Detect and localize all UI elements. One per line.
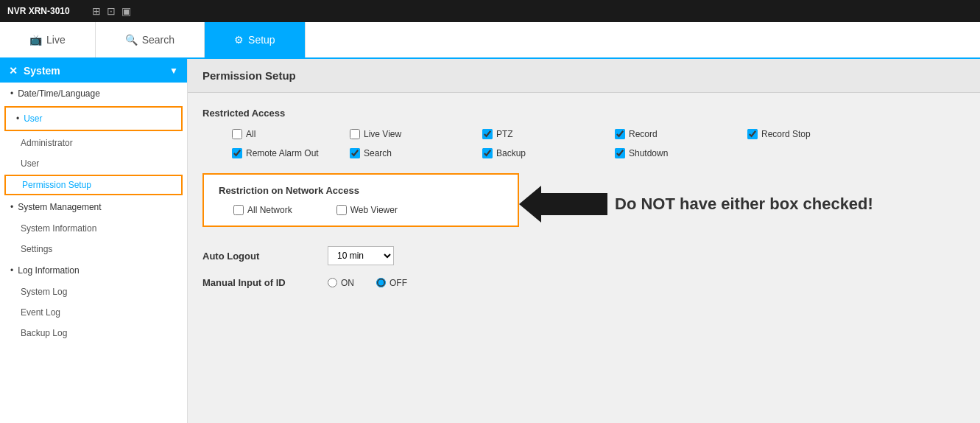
radio-on[interactable]: ON [328,278,354,288]
checkbox-remote-alarm-input[interactable] [232,148,242,158]
sidebar-item-administrator[interactable]: Administrator [0,133,187,153]
monitor-icon[interactable]: ⊡ [107,5,116,17]
annotation-text: Do NOT have either box checked! [615,195,873,214]
checkbox-shutdown[interactable]: Shutdown [615,148,747,158]
sidebar: ✕ System ▼ Date/Time/Language User Admin… [0,59,188,423]
checkbox-backup[interactable]: Backup [482,148,615,158]
arrow-icon [519,186,607,223]
sidebar-item-permission-setup[interactable]: Permission Setup [4,175,183,195]
content-body: Restricted Access All Live View PTZ Reco… [188,93,980,315]
tab-bar: 📺 Live 🔍 Search ⚙ Setup [0,22,980,59]
sidebar-item-system-information[interactable]: System Information [0,218,187,239]
top-bar-icons: ⊞ ⊡ ▣ [92,5,131,17]
checkbox-shutdown-input[interactable] [615,148,625,158]
live-icon: 📺 [29,34,42,46]
checkbox-ptz[interactable]: PTZ [482,129,615,139]
checkbox-live-view-input[interactable] [350,129,360,139]
checkbox-live-view[interactable]: Live View [350,129,482,139]
checkbox-all[interactable]: All [232,129,350,139]
sidebar-item-log-information[interactable]: Log Information [0,259,187,282]
page-title: Permission Setup [188,59,980,93]
network-access-box: Restriction on Network Access All Networ… [202,173,519,227]
checkbox-record-stop[interactable]: Record Stop [747,129,880,139]
sidebar-item-datetime[interactable]: Date/Time/Language [0,83,187,105]
auto-logout-label: Auto Logout [202,251,313,262]
tab-setup[interactable]: ⚙ Setup [205,22,306,57]
app-title: NVR XRN-3010 [7,6,70,16]
checkbox-search-input[interactable] [350,148,360,158]
sidebar-item-event-log[interactable]: Event Log [0,302,187,323]
network-checkboxes: All Network Web Viewer [219,205,503,215]
network-access-title: Restriction on Network Access [219,185,503,196]
content-area: Permission Setup Restricted Access All L… [188,59,980,423]
checkbox-record[interactable]: Record [615,129,747,139]
sidebar-item-system-log[interactable]: System Log [0,282,187,302]
auto-logout-select[interactable]: 10 min Off 1 min 3 min 5 min 30 min [328,246,394,265]
annotation-row: Restriction on Network Access All Networ… [202,173,965,234]
display-icon[interactable]: ▣ [121,5,131,17]
manual-input-radio-group: ON OFF [328,278,407,288]
checkbox-web-viewer[interactable]: Web Viewer [336,205,398,215]
checkbox-web-viewer-input[interactable] [336,205,347,215]
sidebar-item-backup-log[interactable]: Backup Log [0,323,187,343]
radio-off[interactable]: OFF [376,278,407,288]
manual-input-row: Manual Input of ID ON OFF [202,277,965,288]
search-icon: 🔍 [125,34,138,46]
sidebar-header: ✕ System ▼ [0,59,187,83]
manual-input-label: Manual Input of ID [202,277,313,288]
radio-on-input[interactable] [328,278,337,287]
top-bar: NVR XRN-3010 ⊞ ⊡ ▣ [0,0,980,22]
sidebar-item-system-management[interactable]: System Management [0,196,187,218]
main-layout: ✕ System ▼ Date/Time/Language User Admin… [0,59,980,423]
tab-live[interactable]: 📺 Live [0,22,96,57]
checkbox-all-input[interactable] [232,129,242,139]
svg-marker-0 [519,186,607,223]
restricted-access-title: Restricted Access [202,108,965,119]
close-icon[interactable]: ✕ [9,65,18,77]
auto-logout-row: Auto Logout 10 min Off 1 min 3 min 5 min… [202,246,965,265]
radio-off-input[interactable] [376,278,386,287]
chevron-down-icon[interactable]: ▼ [169,66,178,76]
sidebar-item-user-sub[interactable]: User [0,153,187,174]
grid-icon[interactable]: ⊞ [92,5,101,17]
restricted-access-checkboxes: All Live View PTZ Record Record Stop Rem… [202,129,965,158]
checkbox-record-input[interactable] [615,129,625,139]
gear-icon: ⚙ [234,34,244,46]
checkbox-ptz-input[interactable] [482,129,493,139]
checkbox-all-network[interactable]: All Network [233,205,292,215]
checkbox-all-network-input[interactable] [233,205,244,215]
checkbox-backup-input[interactable] [482,148,493,158]
tab-search[interactable]: 🔍 Search [96,22,205,57]
sidebar-item-settings[interactable]: Settings [0,239,187,259]
checkbox-record-stop-input[interactable] [747,129,758,139]
checkbox-remote-alarm[interactable]: Remote Alarm Out [232,148,350,158]
sidebar-title: System [24,65,60,77]
sidebar-item-user[interactable]: User [4,106,183,131]
checkbox-search[interactable]: Search [350,148,482,158]
